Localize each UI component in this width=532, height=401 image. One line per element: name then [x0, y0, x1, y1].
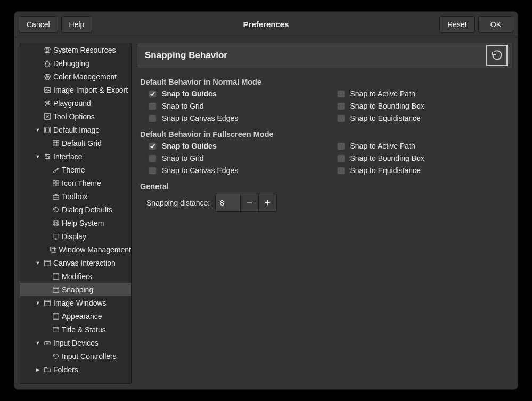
sidebar-item-label: Image Windows	[53, 299, 107, 307]
checkbox-label: Snap to Guides	[162, 142, 217, 150]
preferences-window: Cancel Help Preferences Reset OK System …	[14, 11, 518, 390]
canvas-icon	[43, 299, 52, 307]
expander-icon[interactable]: ▼	[34, 153, 42, 160]
img2-icon	[43, 126, 52, 134]
checkbox-f-bbox[interactable]: Snap to Bounding Box	[337, 154, 510, 162]
preferences-tree[interactable]: System ResourcesDebuggingColor Managemen…	[20, 43, 132, 384]
monitor-icon	[52, 232, 60, 241]
sidebar-item-label: Default Grid	[62, 139, 102, 148]
grid-icon	[52, 139, 60, 148]
sidebar-item-label: Display	[62, 232, 86, 241]
checkbox-label: Snap to Grid	[162, 102, 204, 110]
sidebar-item-image-windows[interactable]: ▼Image Windows	[20, 296, 131, 309]
checkbox-n-equi[interactable]: Snap to Equidistance	[337, 114, 510, 122]
checkbox-f-path[interactable]: Snap to Active Path	[337, 142, 510, 150]
sidebar-item-label: Icon Theme	[62, 179, 101, 187]
sidebar-item-toolbox[interactable]: Toolbox	[20, 190, 131, 203]
svg-rect-21	[53, 234, 59, 238]
checkbox-n-path[interactable]: Snap to Active Path	[337, 89, 510, 98]
checkbox-n-edges[interactable]: Snap to Canvas Edges	[149, 114, 321, 122]
checkbox-f-guides[interactable]: Snap to Guides	[149, 142, 321, 150]
svg-rect-10	[53, 140, 59, 146]
sidebar-item-label: Dialog Defaults	[62, 206, 112, 214]
checkbox-box-icon	[149, 154, 157, 162]
checkbox-label: Snap to Bounding Box	[350, 154, 424, 162]
checkbox-box-icon	[337, 102, 345, 110]
snapping-distance-input[interactable]	[216, 194, 240, 211]
sidebar-item-default-image[interactable]: ▼Default Image	[20, 123, 131, 136]
svg-rect-22	[51, 247, 55, 251]
sidebar-item-tool-options[interactable]: Tool Options	[20, 110, 131, 123]
svg-rect-1	[46, 48, 48, 51]
sidebar-item-dialog-defaults[interactable]: Dialog Defaults	[20, 203, 131, 216]
titlebar: Cancel Help Preferences Reset OK	[14, 12, 518, 37]
snapping-distance-row: Snapping distance: − +	[146, 194, 509, 212]
panel-header: Snapping Behavior	[137, 43, 512, 68]
sidebar-item-label: Tool Options	[53, 112, 95, 121]
spin-increment-button[interactable]: +	[258, 194, 276, 211]
checkbox-label: Snap to Bounding Box	[350, 102, 424, 110]
checkbox-box-icon	[149, 114, 157, 122]
sidebar-item-image-import-export[interactable]: Image Import & Export	[20, 83, 131, 96]
reset-panel-icon[interactable]	[486, 45, 508, 66]
sliders-icon	[43, 152, 52, 161]
checkbox-f-equi[interactable]: Snap to Equidistance	[337, 166, 510, 175]
sidebar-item-canvas-interaction[interactable]: ▼Canvas Interaction	[20, 256, 131, 269]
ok-button[interactable]: OK	[478, 16, 513, 33]
svg-rect-28	[53, 313, 59, 319]
sidebar-item-default-grid[interactable]: Default Grid	[20, 136, 131, 150]
sidebar-item-label: Canvas Interaction	[53, 259, 116, 267]
sidebar-item-label: Modifiers	[62, 272, 92, 281]
sidebar-item-help-system[interactable]: Help System	[20, 216, 131, 230]
checkbox-f-grid[interactable]: Snap to Grid	[149, 154, 321, 162]
snapping-distance-label: Snapping distance:	[146, 199, 210, 207]
sidebar-item-folders[interactable]: ▶Folders	[20, 363, 131, 376]
fullscreen-checks: Snap to GuidesSnap to GridSnap to Canvas…	[149, 142, 509, 175]
checkbox-n-grid[interactable]: Snap to Grid	[149, 102, 321, 110]
sidebar-item-interface[interactable]: ▼Interface	[20, 150, 131, 163]
checkbox-n-guides[interactable]: Snap to Guides	[149, 89, 321, 98]
canvas-icon	[52, 312, 60, 321]
brush-icon	[52, 166, 60, 174]
svg-rect-6	[45, 87, 51, 92]
svg-rect-25	[53, 273, 59, 279]
reset-button[interactable]: Reset	[439, 16, 475, 33]
cancel-button[interactable]: Cancel	[19, 16, 58, 33]
sidebar-item-debugging[interactable]: Debugging	[20, 56, 131, 70]
expander-icon[interactable]: ▼	[34, 259, 42, 267]
sidebar-item-window-management[interactable]: Window Management	[20, 243, 131, 256]
snapping-distance-spinner[interactable]: − +	[215, 194, 277, 212]
checkbox-label: Snap to Active Path	[350, 142, 415, 150]
expander-icon[interactable]: ▶	[34, 366, 42, 373]
sidebar-item-playground[interactable]: Playground	[20, 96, 131, 110]
windows-icon	[50, 245, 58, 254]
sidebar-item-display[interactable]: Display	[20, 230, 131, 243]
help-button[interactable]: Help	[61, 16, 93, 33]
expander-icon[interactable]: ▼	[34, 299, 42, 307]
expander-icon[interactable]: ▼	[34, 339, 42, 347]
checkbox-box-icon	[149, 90, 157, 98]
preferences-content: Snapping Behavior Default Behavior in No…	[137, 43, 512, 384]
sidebar-item-input-controllers[interactable]: Input Controllers	[20, 349, 131, 363]
sidebar-item-icon-theme[interactable]: Icon Theme	[20, 176, 131, 190]
refresh-icon	[52, 352, 60, 361]
sidebar-item-theme[interactable]: Theme	[20, 163, 131, 176]
section-title-normal: Default Behavior in Normal Mode	[140, 78, 509, 86]
checkbox-f-edges[interactable]: Snap to Canvas Edges	[149, 166, 321, 175]
checkbox-box-icon	[149, 102, 157, 110]
sidebar-item-input-devices[interactable]: ▼Input Devices	[20, 336, 131, 349]
titlebar-icon	[52, 325, 60, 334]
svg-rect-15	[56, 180, 59, 182]
checkbox-box-icon	[337, 142, 345, 150]
sidebar-item-snapping[interactable]: Snapping	[20, 283, 131, 296]
refresh-icon	[52, 206, 60, 214]
spin-decrement-button[interactable]: −	[240, 194, 258, 211]
sidebar-item-modifiers[interactable]: Modifiers	[20, 269, 131, 283]
sidebar-item-color-management[interactable]: Color Management	[20, 70, 131, 83]
expander-icon[interactable]: ▼	[34, 126, 42, 134]
checkbox-n-bbox[interactable]: Snap to Bounding Box	[337, 102, 510, 110]
sidebar-item-system-resources[interactable]: System Resources	[20, 43, 131, 56]
sidebar-item-appearance[interactable]: Appearance	[20, 309, 131, 323]
checkbox-box-icon	[337, 167, 345, 175]
sidebar-item-title-status[interactable]: Title & Status	[20, 323, 131, 336]
